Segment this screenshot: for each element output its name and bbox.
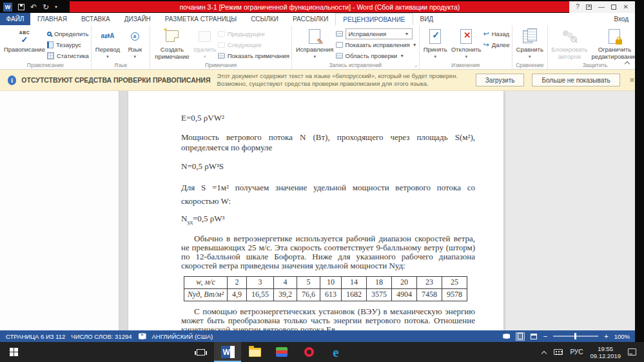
table-cell[interactable]: 1682: [342, 288, 367, 301]
formula-power[interactable]: N=0,5 ρW³S: [181, 161, 475, 172]
translate-button[interactable]: а⇄A Перевод ▼: [93, 26, 122, 62]
action-center-icon[interactable]: [628, 348, 636, 356]
table-cell[interactable]: 76,6: [297, 288, 320, 301]
zoom-in-icon[interactable]: +: [604, 333, 608, 340]
previous-comment-button[interactable]: Предыдущее: [218, 29, 289, 39]
tab-references[interactable]: ССЫЛКИ: [244, 13, 286, 25]
table-cell[interactable]: 18: [367, 276, 392, 288]
customize-quick-access-icon[interactable]: ▾: [55, 5, 57, 10]
dismiss-button[interactable]: Больше не показывать: [532, 74, 620, 86]
tab-file[interactable]: ФАЙЛ: [0, 13, 30, 25]
word-count-button[interactable]: Статистика: [47, 51, 89, 61]
table-cell[interactable]: 3575: [367, 288, 392, 301]
word-count-indicator[interactable]: ЧИСЛО СЛОВ: 31294: [71, 333, 132, 340]
next-comment-button[interactable]: Следующее: [218, 40, 289, 50]
thesaurus-button[interactable]: Тезаурус: [47, 40, 89, 50]
zoom-out-icon[interactable]: −: [543, 333, 547, 340]
language-button[interactable]: A Язык ▼: [122, 26, 148, 62]
proofing-status-icon[interactable]: [139, 333, 146, 339]
tab-view[interactable]: ВИД: [413, 13, 441, 25]
keyboard-tray-icon[interactable]: [554, 349, 563, 355]
table-cell[interactable]: 613: [320, 288, 342, 301]
tab-mailings[interactable]: РАССЫЛКИ: [286, 13, 335, 25]
web-layout-icon[interactable]: [530, 333, 538, 340]
restrict-editing-button[interactable]: Ограничить редактирование: [589, 26, 640, 61]
table-cell[interactable]: 4: [274, 276, 297, 288]
zoom-level[interactable]: 100%: [614, 333, 630, 340]
formula-energy[interactable]: E=0,5 ρVW²: [181, 113, 475, 123]
sign-in-link[interactable]: Вход: [614, 13, 635, 25]
tab-insert[interactable]: ВСТАВКА: [74, 13, 117, 25]
define-button[interactable]: Определить: [47, 29, 89, 39]
undo-icon[interactable]: ↶: [30, 3, 37, 11]
table-cell[interactable]: w, м/с: [184, 276, 228, 288]
accept-button[interactable]: ✓ Принять ▼: [422, 26, 449, 62]
read-mode-icon[interactable]: [503, 333, 511, 340]
table-cell[interactable]: 16,55: [247, 288, 274, 301]
tray-language-indicator[interactable]: РУС: [570, 348, 583, 356]
previous-comment-label: Предыдущее: [228, 30, 265, 37]
paragraph-range[interactable]: Обычно в ветроэнергетике используется ра…: [181, 234, 475, 270]
reviewing-pane-button[interactable]: Область проверки▼: [336, 51, 417, 61]
tab-design[interactable]: ДИЗАЙН: [117, 13, 158, 25]
tab-home[interactable]: ГЛАВНАЯ: [30, 13, 74, 25]
task-view-button[interactable]: [187, 342, 214, 362]
zoom-slider[interactable]: [553, 336, 598, 337]
taskbar-explorer-button[interactable]: [241, 342, 268, 362]
tray-expand-icon[interactable]: [542, 350, 547, 355]
taskbar-word-button[interactable]: W: [214, 342, 241, 362]
table-cell[interactable]: 14: [342, 276, 367, 288]
formula-specific[interactable]: Nуд=0,5 ρW³: [181, 214, 475, 225]
table-cell[interactable]: 25: [442, 276, 467, 288]
reject-button[interactable]: ✕ Отклонить ▼: [449, 26, 483, 62]
help-icon[interactable]: ?: [576, 4, 580, 10]
paragraph-power[interactable]: Мощность ветрового потока N (Вт), проход…: [181, 132, 475, 153]
word-app-icon[interactable]: W: [3, 3, 12, 12]
table-cell[interactable]: 3: [247, 276, 274, 288]
taskbar-media-app-button[interactable]: [268, 342, 295, 362]
spelling-button[interactable]: ABC✓ Правописание: [2, 26, 47, 54]
new-comment-button[interactable]: Создать примечание: [152, 26, 192, 61]
zoom-slider-thumb[interactable]: [574, 333, 576, 339]
collapse-ribbon-icon[interactable]: [625, 61, 630, 65]
display-for-review-select[interactable]: Исправления▼: [346, 28, 413, 39]
table-cell[interactable]: 39,2: [274, 288, 297, 301]
ribbon-display-options-icon[interactable]: [586, 5, 592, 10]
show-comments-button[interactable]: Показать примечания: [218, 51, 289, 61]
clock[interactable]: 19:5509.12.2019: [590, 345, 621, 359]
compare-button[interactable]: Сравнить ▼: [514, 26, 545, 62]
table-cell[interactable]: 4904: [392, 288, 417, 301]
notification-close-icon[interactable]: ✕: [629, 76, 635, 85]
paragraph-specific-power[interactable]: Для S =1м² получаем значение удельной мо…: [181, 181, 475, 208]
table-cell[interactable]: 5: [297, 276, 320, 288]
page-indicator[interactable]: СТРАНИЦА 6 ИЗ 112: [6, 333, 65, 340]
maximize-icon[interactable]: [611, 5, 616, 10]
tab-review[interactable]: РЕЦЕНЗИРОВАНИЕ: [335, 13, 413, 25]
next-change-button[interactable]: ↪Далее: [483, 40, 510, 50]
table-cell[interactable]: 20: [392, 276, 417, 288]
block-authors-button[interactable]: Блокировать авторов: [550, 26, 589, 61]
print-layout-icon[interactable]: [516, 333, 524, 340]
table-cell[interactable]: 23: [417, 276, 442, 288]
download-button[interactable]: Загрузить: [476, 74, 525, 86]
redo-icon[interactable]: ↻: [43, 3, 49, 11]
previous-change-button[interactable]: ↩Назад: [483, 29, 510, 39]
start-button[interactable]: [0, 342, 27, 362]
save-icon[interactable]: [18, 4, 24, 10]
close-icon[interactable]: ✕: [623, 4, 628, 10]
table-cell[interactable]: 2: [228, 276, 247, 288]
delete-comment-button[interactable]: Удалить ▼: [192, 26, 218, 62]
document-page[interactable]: E=0,5 ρVW² Мощность ветрового потока N (…: [128, 91, 503, 330]
language-indicator[interactable]: АНГЛИЙСКИЙ (США): [152, 333, 213, 340]
table-cell[interactable]: 4,9: [228, 288, 247, 301]
table-cell[interactable]: 7458: [417, 288, 442, 301]
table-cell[interactable]: 9578: [442, 288, 467, 301]
taskbar-opera-button[interactable]: [295, 342, 322, 362]
tab-page-layout[interactable]: РАЗМЕТКА СТРАНИЦЫ: [158, 13, 244, 25]
track-changes-button[interactable]: ✎ Исправления ▼: [294, 26, 336, 62]
table-cell[interactable]: 10: [320, 276, 342, 288]
minimize-icon[interactable]: —: [598, 4, 605, 10]
show-markup-button[interactable]: Показать исправления▼: [336, 40, 417, 50]
taskbar-edge-button[interactable]: e: [322, 342, 349, 362]
table-cell[interactable]: Nуд, Вт/м²: [184, 288, 228, 301]
